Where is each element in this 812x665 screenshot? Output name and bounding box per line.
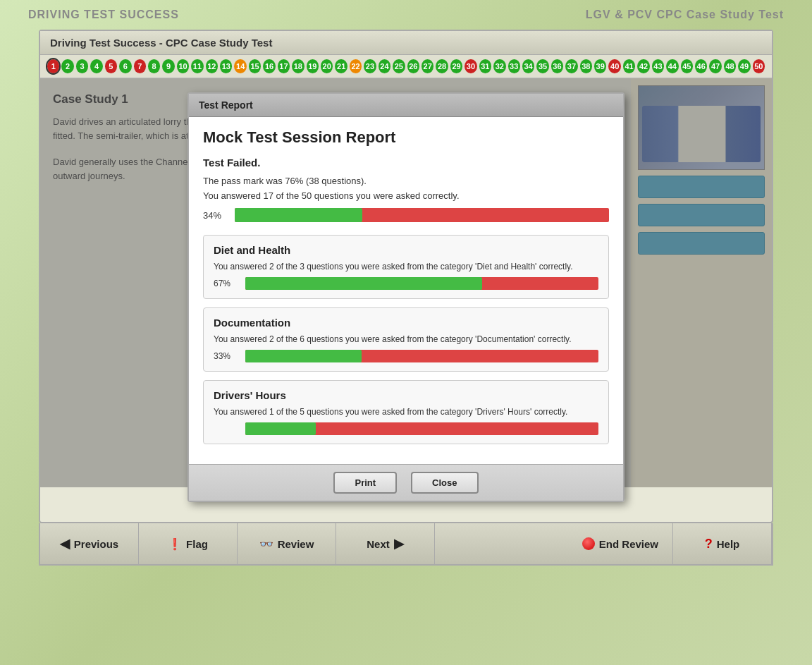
next-button[interactable]: Next ▶ bbox=[336, 523, 435, 564]
category-section-1: DocumentationYou answered 2 of the 6 que… bbox=[203, 307, 609, 372]
question-num-28[interactable]: 28 bbox=[436, 59, 448, 73]
previous-button[interactable]: ◀ Previous bbox=[40, 523, 139, 564]
category-bar-row-2 bbox=[214, 422, 598, 435]
question-num-39[interactable]: 39 bbox=[594, 59, 606, 73]
category-bar-row-1: 33% bbox=[214, 350, 598, 362]
navigation-bar: ◀ Previous ❗ Flag 👓 Review Next ▶ End Re… bbox=[39, 523, 773, 566]
category-bar-row-0: 67% bbox=[214, 277, 598, 290]
categories-container: Diet and HealthYou answered 2 of the 3 q… bbox=[203, 235, 609, 444]
question-num-16[interactable]: 16 bbox=[263, 59, 275, 73]
question-num-30[interactable]: 30 bbox=[465, 59, 476, 73]
content-area: Case Study 1 David drives an articulated… bbox=[40, 78, 772, 487]
question-num-12[interactable]: 12 bbox=[206, 59, 218, 73]
overall-score-label: 34% bbox=[203, 210, 228, 221]
category-section-0: Diet and HealthYou answered 2 of the 3 q… bbox=[203, 235, 609, 299]
category-title-1: Documentation bbox=[214, 317, 598, 329]
question-num-43[interactable]: 43 bbox=[652, 59, 664, 73]
question-num-25[interactable]: 25 bbox=[393, 59, 405, 73]
previous-label: Previous bbox=[74, 538, 118, 550]
category-score-label-0: 67% bbox=[214, 279, 238, 288]
review-icon: 👓 bbox=[259, 537, 273, 551]
print-button[interactable]: Print bbox=[333, 472, 397, 494]
modal-footer: Print Close bbox=[189, 464, 623, 501]
question-num-1[interactable]: 1 bbox=[47, 59, 59, 73]
modal-overlay: Test Report Mock Test Session Report Tes… bbox=[40, 78, 772, 487]
category-bar-container-0 bbox=[245, 277, 598, 290]
question-num-46[interactable]: 46 bbox=[695, 59, 707, 73]
question-num-22[interactable]: 22 bbox=[350, 59, 362, 73]
overall-bar-fill bbox=[235, 208, 362, 222]
category-title-2: Drivers' Hours bbox=[214, 389, 598, 401]
question-num-50[interactable]: 50 bbox=[753, 59, 765, 73]
flag-button[interactable]: ❗ Flag bbox=[139, 523, 238, 564]
flag-icon: ❗ bbox=[168, 537, 182, 551]
answered-text: You answered 17 of the 50 questions you … bbox=[203, 190, 609, 201]
question-num-31[interactable]: 31 bbox=[479, 59, 491, 73]
question-num-19[interactable]: 19 bbox=[307, 59, 319, 73]
category-text-0: You answered 2 of the 3 questions you we… bbox=[214, 262, 598, 272]
overall-score: 34% bbox=[203, 208, 609, 222]
question-num-20[interactable]: 20 bbox=[321, 59, 333, 73]
question-num-13[interactable]: 13 bbox=[220, 59, 232, 73]
question-num-35[interactable]: 35 bbox=[536, 59, 548, 73]
modal-body[interactable]: Mock Test Session Report Test Failed. Th… bbox=[189, 117, 623, 464]
question-num-5[interactable]: 5 bbox=[105, 59, 117, 73]
question-num-27[interactable]: 27 bbox=[422, 59, 433, 73]
question-num-7[interactable]: 7 bbox=[134, 59, 146, 73]
window-title: Driving Test Success - CPC Case Study Te… bbox=[40, 31, 772, 55]
question-num-14[interactable]: 14 bbox=[234, 59, 246, 73]
question-num-21[interactable]: 21 bbox=[335, 59, 347, 73]
question-num-47[interactable]: 47 bbox=[709, 59, 721, 73]
question-num-45[interactable]: 45 bbox=[681, 59, 693, 73]
question-num-17[interactable]: 17 bbox=[278, 59, 290, 73]
question-num-4[interactable]: 4 bbox=[90, 59, 102, 73]
question-num-26[interactable]: 26 bbox=[407, 59, 419, 73]
question-num-42[interactable]: 42 bbox=[637, 59, 649, 73]
question-num-49[interactable]: 49 bbox=[738, 59, 750, 73]
help-label: Help bbox=[717, 538, 740, 550]
question-num-10[interactable]: 10 bbox=[177, 59, 189, 73]
category-score-label-1: 33% bbox=[214, 351, 238, 361]
question-num-15[interactable]: 15 bbox=[249, 59, 261, 73]
previous-icon: ◀ bbox=[60, 536, 70, 551]
question-num-48[interactable]: 48 bbox=[724, 59, 736, 73]
question-num-37[interactable]: 37 bbox=[565, 59, 577, 73]
question-num-44[interactable]: 44 bbox=[666, 59, 678, 73]
question-num-23[interactable]: 23 bbox=[364, 59, 376, 73]
end-review-icon bbox=[582, 537, 595, 550]
category-bar-fill-2 bbox=[245, 422, 316, 435]
end-review-button[interactable]: End Review bbox=[568, 523, 673, 564]
question-num-36[interactable]: 36 bbox=[551, 59, 563, 73]
question-num-32[interactable]: 32 bbox=[493, 59, 505, 73]
question-num-9[interactable]: 9 bbox=[162, 59, 174, 73]
category-bar-container-1 bbox=[245, 350, 598, 362]
question-num-8[interactable]: 8 bbox=[148, 59, 160, 73]
question-number-bar: 1234567891011121314151617181920212223242… bbox=[40, 55, 772, 78]
pass-mark-text: The pass mark was 76% (38 questions). bbox=[203, 176, 609, 186]
overall-bar-container bbox=[235, 208, 609, 222]
question-num-40[interactable]: 40 bbox=[608, 59, 620, 73]
next-label: Next bbox=[367, 538, 390, 550]
question-num-29[interactable]: 29 bbox=[450, 59, 462, 73]
question-num-2[interactable]: 2 bbox=[61, 59, 73, 73]
help-button[interactable]: ? Help bbox=[673, 523, 772, 564]
test-failed-label: Test Failed. bbox=[203, 157, 609, 169]
question-num-11[interactable]: 11 bbox=[191, 59, 203, 73]
question-num-24[interactable]: 24 bbox=[379, 59, 390, 73]
question-num-6[interactable]: 6 bbox=[119, 59, 131, 73]
category-bar-container-2 bbox=[245, 422, 598, 435]
question-num-18[interactable]: 18 bbox=[292, 59, 304, 73]
close-button[interactable]: Close bbox=[411, 472, 478, 494]
question-num-33[interactable]: 33 bbox=[508, 59, 520, 73]
flag-label: Flag bbox=[186, 538, 208, 550]
question-num-41[interactable]: 41 bbox=[623, 59, 635, 73]
end-review-label: End Review bbox=[599, 538, 658, 550]
review-label: Review bbox=[278, 538, 314, 550]
review-button[interactable]: 👓 Review bbox=[238, 523, 336, 564]
help-icon: ? bbox=[705, 537, 713, 551]
next-icon: ▶ bbox=[394, 536, 404, 551]
question-num-38[interactable]: 38 bbox=[580, 59, 592, 73]
app-title-right: LGV & PCV CPC Case Study Test bbox=[586, 8, 784, 21]
question-num-3[interactable]: 3 bbox=[76, 59, 88, 73]
question-num-34[interactable]: 34 bbox=[522, 59, 534, 73]
